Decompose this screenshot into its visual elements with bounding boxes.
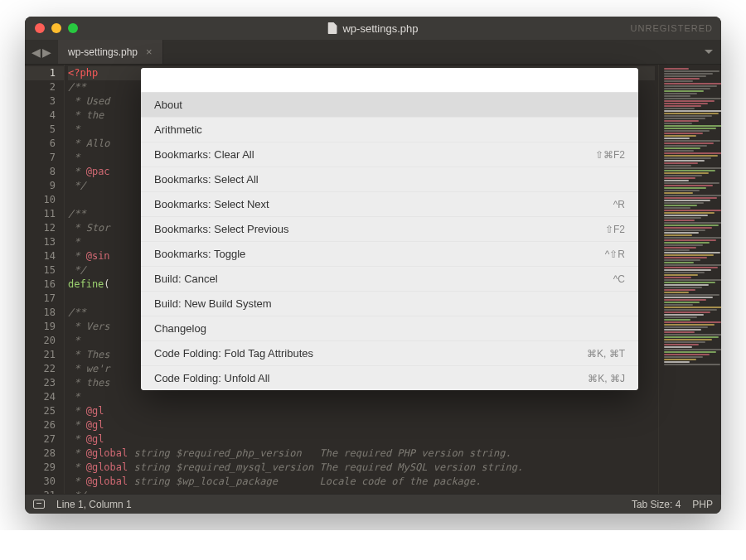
minimize-window-button[interactable] xyxy=(51,23,61,33)
tab-overflow-button[interactable] xyxy=(696,40,721,64)
line-number[interactable]: 14 xyxy=(25,249,64,263)
command-palette-item[interactable]: Bookmarks: Clear All⇧⌘F2 xyxy=(141,142,638,167)
line-number[interactable]: 23 xyxy=(25,376,64,390)
command-palette-item[interactable]: Bookmarks: Toggle^⇧R xyxy=(141,241,638,266)
line-number[interactable]: 10 xyxy=(25,193,64,207)
command-palette-item[interactable]: Code Folding: Fold Tag Attributes⌘K, ⌘T xyxy=(141,340,638,365)
command-palette-item[interactable]: Code Folding: Unfold All⌘K, ⌘J xyxy=(141,365,638,390)
minimap-line xyxy=(664,105,701,107)
minimap-line xyxy=(664,244,703,246)
minimap-line xyxy=(664,123,692,124)
minimap-line xyxy=(664,311,710,313)
minimap-line xyxy=(664,205,697,206)
command-palette-item[interactable]: Build: Cancel^C xyxy=(141,266,638,291)
minimap-line xyxy=(664,177,695,179)
nav-forward-button[interactable]: ▶ xyxy=(42,46,51,59)
minimap-line xyxy=(664,232,699,234)
line-number[interactable]: 3 xyxy=(25,94,64,109)
minimap-line xyxy=(664,220,695,221)
minimap-line xyxy=(664,344,699,345)
line-number[interactable]: 8 xyxy=(25,165,64,179)
command-palette-item[interactable]: About xyxy=(141,93,638,117)
app-window: wp-settings.php UNREGISTERED ◀ ▶ wp-sett… xyxy=(25,17,721,514)
minimap-line xyxy=(664,274,698,276)
minimap-line xyxy=(664,222,721,224)
line-number[interactable]: 4 xyxy=(25,109,64,123)
line-number[interactable]: 17 xyxy=(25,292,64,306)
minimap-line xyxy=(664,157,711,159)
command-palette-item[interactable]: Bookmarks: Select All xyxy=(141,167,638,191)
line-number[interactable]: 30 xyxy=(25,475,64,489)
minimap-line xyxy=(664,140,720,142)
palette-item-shortcut: ⌘K, ⌘J xyxy=(588,373,625,384)
tab-label: wp-settings.php xyxy=(68,46,138,58)
palette-item-shortcut: ⇧⌘F2 xyxy=(595,149,625,161)
line-number[interactable]: 24 xyxy=(25,390,64,404)
line-number[interactable]: 27 xyxy=(25,432,64,447)
minimap[interactable] xyxy=(658,65,721,494)
line-number[interactable]: 31 xyxy=(25,489,64,494)
command-palette-input[interactable] xyxy=(141,68,638,93)
line-number[interactable]: 5 xyxy=(25,123,64,137)
minimap-line xyxy=(664,70,719,72)
line-number[interactable]: 1 xyxy=(25,66,64,80)
line-number[interactable]: 7 xyxy=(25,151,64,165)
tab-close-button[interactable]: × xyxy=(146,46,153,58)
line-number[interactable]: 2 xyxy=(25,80,64,94)
minimap-line xyxy=(664,113,719,114)
minimap-line xyxy=(664,130,710,132)
minimap-line xyxy=(664,339,712,340)
registration-status: UNREGISTERED xyxy=(631,23,713,33)
line-number[interactable]: 18 xyxy=(25,306,64,320)
line-number[interactable]: 21 xyxy=(25,348,64,362)
palette-item-shortcut: ^R xyxy=(613,199,625,210)
line-number[interactable]: 13 xyxy=(25,235,64,249)
minimap-line xyxy=(664,329,701,331)
line-number[interactable]: 26 xyxy=(25,418,64,432)
line-number[interactable]: 20 xyxy=(25,334,64,348)
line-number[interactable]: 16 xyxy=(25,278,64,292)
line-number[interactable]: 22 xyxy=(25,362,64,376)
minimap-line xyxy=(664,269,711,271)
minimap-line xyxy=(664,80,693,82)
minimap-line xyxy=(664,88,710,89)
line-gutter[interactable]: 1234567891011121314151617181920212223242… xyxy=(25,65,65,494)
minimap-line xyxy=(664,118,705,119)
command-palette-item[interactable]: Build: New Build System xyxy=(141,291,638,316)
minimap-line xyxy=(664,289,695,291)
minimap-line xyxy=(664,287,702,288)
line-number[interactable]: 28 xyxy=(25,447,64,461)
close-window-button[interactable] xyxy=(35,23,45,33)
nav-back-button[interactable]: ◀ xyxy=(31,46,41,59)
line-number[interactable]: 19 xyxy=(25,320,64,334)
line-number[interactable]: 6 xyxy=(25,137,64,151)
language-indicator[interactable]: PHP xyxy=(692,499,713,510)
minimap-line xyxy=(664,167,721,169)
line-number[interactable]: 9 xyxy=(25,179,64,193)
minimap-line xyxy=(664,195,721,196)
minimap-line xyxy=(664,239,716,241)
minimap-line xyxy=(664,229,705,231)
cursor-position[interactable]: Line 1, Column 1 xyxy=(56,499,132,510)
file-tab[interactable]: wp-settings.php × xyxy=(58,40,163,64)
minimap-line xyxy=(664,364,720,365)
line-number[interactable]: 15 xyxy=(25,263,64,278)
minimap-line xyxy=(664,234,692,236)
minimap-line xyxy=(664,98,721,99)
tab-size-indicator[interactable]: Tab Size: 4 xyxy=(632,499,681,510)
command-palette-item[interactable]: Bookmarks: Select Previous⇧F2 xyxy=(141,216,638,241)
window-title: wp-settings.php xyxy=(327,22,418,35)
line-number[interactable]: 25 xyxy=(25,404,64,418)
panel-toggle-icon[interactable] xyxy=(33,500,45,509)
line-number[interactable]: 11 xyxy=(25,207,64,221)
command-palette-item[interactable]: Bookmarks: Select Next^R xyxy=(141,191,638,216)
command-palette-item[interactable]: Changelog xyxy=(141,316,638,340)
zoom-window-button[interactable] xyxy=(68,23,78,33)
status-bar: Line 1, Column 1 Tab Size: 4 PHP xyxy=(25,494,721,514)
line-number[interactable]: 12 xyxy=(25,221,64,235)
minimap-line xyxy=(664,192,693,194)
minimap-line xyxy=(664,142,714,144)
line-number[interactable]: 29 xyxy=(25,461,64,475)
command-palette-item[interactable]: Arithmetic xyxy=(141,117,638,142)
command-palette: AboutArithmeticBookmarks: Clear All⇧⌘F2B… xyxy=(141,68,638,390)
